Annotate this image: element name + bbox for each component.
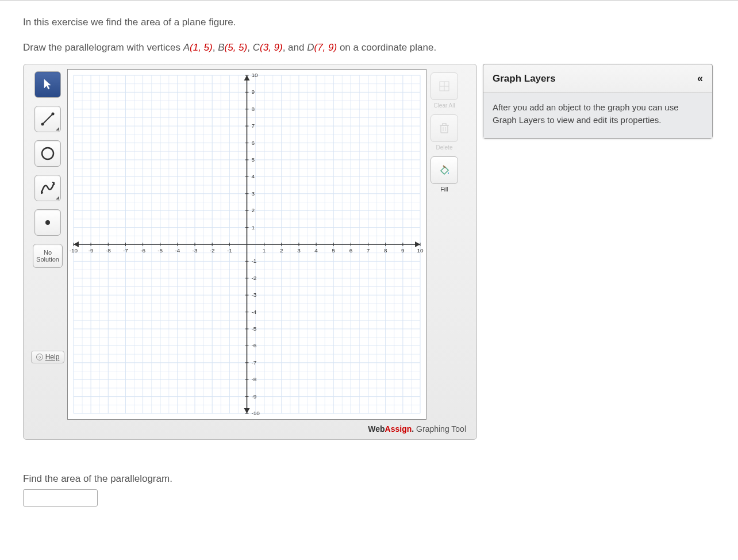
svg-text:3: 3 [251, 190, 255, 197]
brand-suffix: Graphing Tool [414, 424, 466, 434]
svg-text:7: 7 [367, 247, 370, 254]
svg-text:2: 2 [280, 247, 283, 254]
paint-bucket-icon [438, 164, 451, 177]
circle-tool-button[interactable] [34, 140, 61, 167]
svg-text:2: 2 [251, 207, 255, 213]
svg-text:-6: -6 [140, 247, 145, 254]
prompt-text: Draw the parallelogram with vertices A(1… [23, 42, 715, 53]
svg-marker-92 [74, 241, 79, 247]
dropdown-corner-icon [56, 196, 59, 200]
dropdown-corner-icon [56, 127, 59, 131]
point-label-b: B [218, 42, 224, 53]
svg-text:-3: -3 [193, 247, 198, 254]
svg-text:1: 1 [263, 247, 266, 254]
svg-text:-4: -4 [175, 247, 180, 254]
brand-web: Web [368, 424, 385, 434]
point-icon [44, 218, 52, 227]
point-coords-a: (1, 5) [190, 42, 213, 53]
point-label-a: A [183, 42, 190, 53]
svg-text:-9: -9 [89, 247, 94, 254]
prompt-prefix: Draw the parallelogram with vertices [23, 42, 183, 53]
svg-text:4: 4 [314, 247, 318, 254]
line-tool-button[interactable] [34, 106, 61, 132]
svg-text:-9: -9 [251, 393, 256, 400]
svg-text:1: 1 [251, 224, 255, 231]
point-label-c: C [253, 42, 260, 53]
delete-label: Delete [436, 144, 453, 151]
svg-text:4: 4 [251, 173, 255, 179]
svg-text:-4: -4 [251, 309, 256, 315]
svg-text:-1: -1 [251, 258, 256, 264]
line-icon [40, 112, 55, 126]
grid-clear-icon [439, 80, 450, 92]
svg-text:3: 3 [297, 247, 301, 254]
svg-point-4 [45, 220, 50, 225]
svg-text:-2: -2 [251, 275, 256, 281]
point-coords-d: (7, 9) [314, 42, 337, 53]
svg-rect-178 [441, 125, 448, 133]
svg-text:10: 10 [417, 247, 424, 254]
svg-marker-94 [244, 408, 250, 413]
svg-text:-7: -7 [251, 359, 256, 366]
svg-text:-5: -5 [251, 325, 256, 332]
svg-marker-91 [415, 241, 420, 247]
svg-text:-6: -6 [251, 342, 256, 348]
no-solution-label-1: No [44, 249, 52, 256]
svg-text:-8: -8 [251, 376, 256, 382]
svg-text:-1: -1 [227, 247, 232, 254]
no-solution-button[interactable]: No Solution [33, 244, 63, 268]
svg-text:9: 9 [401, 247, 405, 254]
help-icon: ? [36, 354, 43, 360]
svg-text:5: 5 [332, 247, 335, 254]
svg-text:-3: -3 [251, 291, 256, 298]
cursor-icon [43, 79, 52, 90]
fill-button[interactable] [430, 156, 458, 184]
svg-text:-10: -10 [70, 247, 78, 254]
svg-text:?: ? [38, 355, 41, 360]
trash-icon [439, 122, 449, 134]
svg-text:8: 8 [251, 106, 255, 112]
svg-text:-5: -5 [157, 247, 163, 254]
svg-text:10: 10 [251, 72, 258, 78]
clear-all-button[interactable] [430, 72, 458, 100]
brand-footer: WebAssign. Graphing Tool [28, 420, 472, 435]
svg-text:-7: -7 [123, 247, 128, 254]
brand-assign: Assign [385, 424, 412, 434]
svg-point-3 [42, 148, 53, 159]
svg-text:6: 6 [349, 247, 353, 254]
graph-layers-title: Graph Layers [493, 73, 556, 85]
svg-text:6: 6 [251, 140, 255, 146]
help-button[interactable]: ? Help [31, 351, 65, 363]
svg-text:-10: -10 [251, 410, 260, 416]
intro-text: In this exercise we find the area of a p… [23, 17, 715, 28]
curve-tool-button[interactable] [34, 175, 61, 201]
clear-all-label: Clear All [433, 102, 455, 109]
object-toolbar: Clear All Delete Fill [426, 69, 462, 420]
svg-marker-93 [244, 75, 250, 80]
graphing-tool: No Solution ? Help -10-9-8-7-6-5-4-3-2-1… [23, 64, 477, 440]
curve-icon [40, 181, 56, 195]
svg-text:5: 5 [251, 156, 255, 163]
svg-point-2 [52, 113, 55, 116]
point-tool-button[interactable] [34, 209, 61, 236]
delete-button[interactable] [430, 114, 458, 142]
graph-layers-panel: Graph Layers « After you add an object t… [483, 64, 713, 139]
svg-text:-2: -2 [210, 247, 215, 254]
area-answer-input[interactable] [23, 489, 98, 507]
svg-text:-8: -8 [106, 247, 111, 254]
svg-line-0 [43, 114, 53, 124]
svg-point-1 [41, 123, 44, 126]
graph-layers-hint: After you add an object to the graph you… [483, 93, 712, 138]
svg-text:8: 8 [384, 247, 387, 254]
fill-label: Fill [441, 186, 448, 193]
area-question: Find the area of the parallelogram. [23, 473, 715, 485]
svg-text:7: 7 [251, 122, 255, 129]
point-label-d: D [307, 42, 314, 53]
graph-canvas[interactable]: -10-9-8-7-6-5-4-3-2-112345678910-10-9-8-… [67, 69, 426, 420]
drawing-toolbar: No Solution ? Help [28, 69, 67, 420]
svg-text:9: 9 [251, 89, 255, 95]
collapse-panel-button[interactable]: « [697, 72, 703, 85]
select-tool-button[interactable] [34, 71, 61, 98]
prompt-suffix: on a coordinate plane. [340, 42, 436, 53]
no-solution-label-2: Solution [36, 256, 59, 263]
